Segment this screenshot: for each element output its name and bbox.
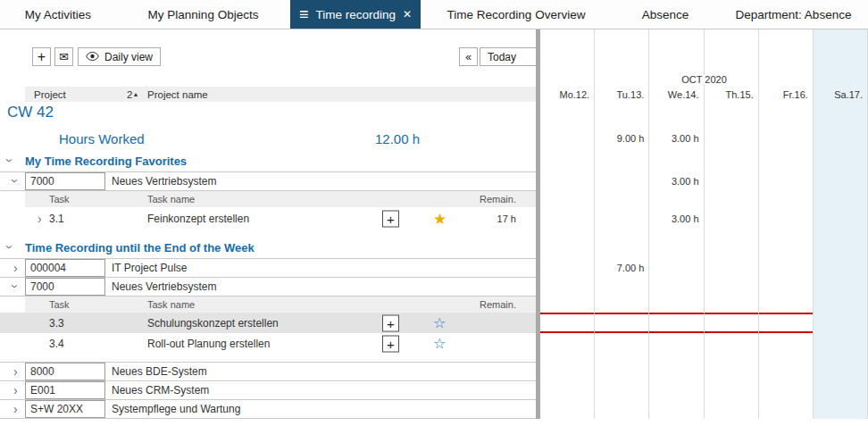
hours-cell[interactable]: [759, 313, 814, 333]
hours-cell[interactable]: [759, 171, 814, 191]
project-row-e001[interactable]: › E001 Neues CRM-System: [0, 380, 868, 400]
hours-cell[interactable]: [649, 277, 704, 297]
hours-cell[interactable]: [759, 380, 814, 400]
favorite-star-outline-icon[interactable]: ☆: [433, 316, 446, 330]
hours-cell[interactable]: [595, 333, 649, 354]
hours-cell[interactable]: 3.00 h: [649, 207, 704, 230]
expand-task-icon[interactable]: ›: [38, 212, 42, 225]
project-row-sw20xx[interactable]: › S+W 20XX Systempflege und Wartung: [0, 399, 868, 419]
hours-cell[interactable]: [540, 207, 595, 230]
hours-cell[interactable]: [595, 380, 649, 400]
collapse-project-icon[interactable]: ›: [13, 175, 18, 188]
add-time-entry-button[interactable]: +: [382, 335, 399, 352]
project-name-column-header[interactable]: Project name: [147, 89, 208, 100]
hours-cell[interactable]: [540, 380, 595, 400]
hours-cell[interactable]: [759, 207, 814, 230]
hours-cell[interactable]: [759, 277, 814, 297]
hours-cell[interactable]: [814, 313, 868, 333]
hours-cell[interactable]: [759, 362, 814, 381]
hours-cell[interactable]: [814, 258, 868, 278]
hours-cell[interactable]: [540, 313, 595, 333]
hours-cell[interactable]: [705, 171, 759, 191]
expand-project-icon[interactable]: ›: [13, 384, 18, 397]
tab-time-recording[interactable]: ≡ Time recording ✕: [290, 0, 421, 29]
previous-week-button[interactable]: «: [459, 47, 478, 66]
hours-cell[interactable]: [540, 258, 595, 278]
hours-cell[interactable]: [814, 207, 868, 230]
hours-cell[interactable]: [814, 171, 868, 191]
hours-cell[interactable]: [705, 207, 759, 230]
collapse-project-icon[interactable]: ›: [13, 280, 18, 294]
mail-button[interactable]: ✉: [54, 47, 73, 66]
collapse-section-icon[interactable]: ›: [8, 241, 13, 255]
tab-my-activities[interactable]: My Activities: [0, 0, 116, 29]
hours-cell[interactable]: 3.00 h: [649, 126, 704, 150]
project-row-000004[interactable]: › 000004 IT Project Pulse 7.00 h: [0, 258, 868, 278]
hours-cell[interactable]: [814, 126, 868, 150]
today-button[interactable]: Today: [480, 47, 537, 66]
daily-view-button[interactable]: Daily view: [78, 47, 161, 66]
close-tab-icon[interactable]: ✕: [403, 9, 412, 20]
hours-cell[interactable]: [540, 277, 595, 297]
hours-cell[interactable]: [649, 258, 704, 278]
favorite-star-outline-icon[interactable]: ☆: [433, 337, 446, 351]
add-button[interactable]: +: [32, 47, 51, 66]
hours-cell[interactable]: [705, 126, 759, 150]
hours-cell[interactable]: [649, 313, 704, 333]
hours-cell[interactable]: [705, 399, 759, 419]
hours-cell[interactable]: [705, 258, 759, 278]
expand-project-icon[interactable]: ›: [13, 262, 18, 275]
hours-cell[interactable]: [595, 171, 649, 191]
hours-cell[interactable]: [814, 399, 868, 419]
project-column-header[interactable]: Project: [34, 89, 66, 100]
hours-cell[interactable]: [705, 362, 759, 381]
hours-cell[interactable]: 3.00 h: [649, 171, 704, 191]
hours-cell[interactable]: [595, 399, 649, 419]
hours-cell[interactable]: [705, 333, 759, 354]
project-row-8000[interactable]: › 8000 Neues BDE-System: [0, 362, 868, 381]
hours-cell[interactable]: [649, 333, 704, 354]
hours-cell[interactable]: [540, 171, 595, 191]
hours-cell[interactable]: [814, 333, 868, 354]
project-row-7000[interactable]: › 7000 Neues Vertriebsystem: [0, 277, 868, 297]
hours-cell[interactable]: [595, 277, 649, 297]
hours-cell[interactable]: [814, 362, 868, 381]
expand-project-icon[interactable]: ›: [13, 403, 18, 416]
hours-cell[interactable]: [759, 333, 814, 354]
tab-time-recording-overview[interactable]: Time Recording Overview: [421, 0, 612, 29]
hours-cell[interactable]: 7.00 h: [595, 258, 649, 278]
add-time-entry-button[interactable]: +: [382, 314, 399, 331]
hours-cell[interactable]: [814, 277, 868, 297]
hours-cell[interactable]: [759, 258, 814, 278]
hours-cell[interactable]: [595, 207, 649, 230]
task-row-3-1[interactable]: › 3.1 Feinkonzept erstellen + ★ 17 h 3.0…: [0, 207, 868, 230]
hours-cell[interactable]: [759, 399, 814, 419]
project-row-7000-favorite[interactable]: › 7000 Neues Vertriebsystem 3.00 h: [0, 171, 868, 191]
hours-cell[interactable]: [814, 380, 868, 400]
hours-cell[interactable]: [649, 380, 704, 400]
expand-project-icon[interactable]: ›: [13, 365, 18, 379]
hours-cell[interactable]: [540, 333, 595, 354]
hours-cell[interactable]: [705, 277, 759, 297]
task-row-3-3-selected[interactable]: 3.3 Schulungskonzept erstellen + ☆: [0, 313, 868, 333]
hours-cell[interactable]: [705, 380, 759, 400]
tab-department-absence[interactable]: Department: Absence: [719, 0, 868, 29]
hours-cell[interactable]: [595, 313, 649, 333]
menu-icon[interactable]: ≡: [299, 6, 309, 22]
hours-cell[interactable]: [649, 362, 704, 381]
day-cell: [705, 297, 759, 313]
hours-cell[interactable]: [705, 313, 759, 333]
task-row-3-4[interactable]: 3.4 Roll-out Planung erstellen + ☆: [0, 333, 868, 354]
favorite-star-icon[interactable]: ★: [433, 211, 447, 226]
hours-cell[interactable]: 9.00 h: [595, 126, 649, 150]
hours-cell[interactable]: [540, 399, 595, 419]
hours-cell[interactable]: [540, 362, 595, 381]
hours-cell[interactable]: [649, 399, 704, 419]
collapse-section-icon[interactable]: ›: [8, 155, 13, 168]
hours-cell[interactable]: [595, 362, 649, 381]
tab-my-planning-objects[interactable]: My Planning Objects: [116, 0, 290, 29]
hours-cell[interactable]: [540, 126, 595, 150]
hours-cell[interactable]: [759, 126, 814, 150]
add-time-entry-button[interactable]: +: [382, 210, 399, 227]
tab-absence[interactable]: Absence: [612, 0, 719, 29]
